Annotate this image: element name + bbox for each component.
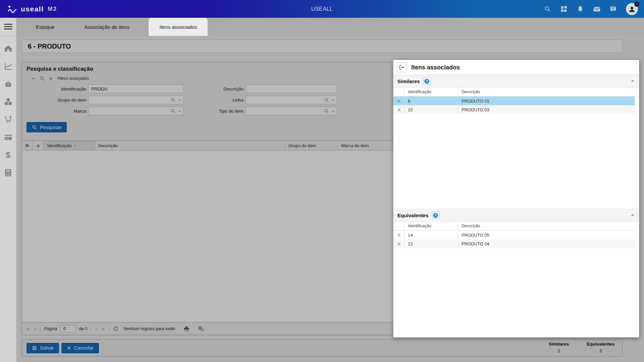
logo-text: useall (21, 5, 44, 13)
col-identificacao[interactable]: Identificação (405, 87, 458, 96)
apps-grid-icon[interactable] (560, 5, 568, 13)
equivalentes-table: Identificação Descrição 14 PRODUTO 05 12… (393, 222, 635, 248)
cart-add-icon[interactable] (3, 114, 13, 124)
tab-itens-associados[interactable]: Itens associados (149, 18, 208, 36)
mail-icon[interactable] (593, 5, 600, 13)
col-identificacao[interactable]: Identificação (405, 222, 458, 230)
tab-associacao-de-itens[interactable]: Associação de itens (74, 18, 140, 36)
help-icon[interactable]: ? (432, 212, 439, 219)
similares-section: Similares ? Identificação Descrição (393, 75, 639, 209)
avatar-status-badge (634, 2, 639, 7)
assoc-panel-title: Itens associados (411, 64, 460, 71)
equivalentes-title: Equivalentes (397, 213, 429, 218)
app-logo[interactable]: useall M2 (7, 5, 57, 13)
module-tabstrip: Estoque Associação de itens Itens associ… (16, 18, 644, 36)
tab-estoque[interactable]: Estoque (25, 18, 65, 36)
collapse-section-icon[interactable] (630, 79, 635, 83)
basket-icon[interactable] (3, 79, 13, 89)
chat-icon[interactable] (609, 5, 617, 13)
home-icon[interactable] (3, 43, 13, 53)
products-cubes-icon[interactable] (3, 97, 13, 107)
delete-row-icon[interactable] (393, 105, 404, 114)
col-descricao[interactable]: Descrição (458, 224, 635, 228)
delete-row-icon[interactable] (393, 239, 404, 248)
topbar-actions (544, 3, 638, 15)
assoc-panel-header: Itens associados (393, 60, 639, 75)
app-root: useall M2 USEALL (0, 0, 644, 362)
notifications-bell-icon[interactable] (577, 5, 584, 13)
itens-associados-panel: Itens associados Similares ? Identificaç… (393, 60, 639, 338)
equivalentes-section-header: Equivalentes ? (393, 209, 639, 222)
table-row[interactable]: 12 PRODUTO 04 (393, 239, 635, 248)
credit-card-icon[interactable] (3, 132, 13, 142)
delete-row-icon[interactable] (393, 231, 404, 239)
left-sidebar: $ (0, 18, 16, 362)
dollar-icon[interactable]: $ (3, 150, 13, 160)
close-panel-icon[interactable] (397, 62, 407, 72)
help-icon[interactable]: ? (423, 77, 431, 85)
similares-table: Identificação Descrição 6 PRODUTO 01 10 … (393, 87, 635, 114)
calculator-icon[interactable] (3, 168, 13, 178)
similares-title: Similares (397, 78, 420, 84)
user-avatar[interactable] (626, 3, 638, 15)
useall-logo-icon (7, 5, 17, 13)
sidebar-modules: $ (0, 36, 16, 178)
table-row[interactable]: 10 PRODUTO 03 (393, 105, 635, 114)
delete-row-icon[interactable] (393, 97, 404, 105)
sales-chart-icon[interactable] (3, 61, 13, 71)
logo-version-badge: M2 (48, 6, 57, 12)
menu-hamburger-icon[interactable] (0, 18, 16, 36)
similares-section-header: Similares ? (393, 75, 639, 87)
col-descricao[interactable]: Descrição (458, 89, 635, 94)
collapse-section-icon[interactable] (630, 213, 635, 218)
top-bar: useall M2 USEALL (0, 0, 644, 18)
search-icon[interactable] (544, 5, 551, 13)
table-row[interactable]: 14 PRODUTO 05 (393, 231, 635, 239)
table-row[interactable]: 6 PRODUTO 01 (393, 97, 635, 105)
equivalentes-section: Equivalentes ? Identificação Descrição (393, 209, 639, 248)
